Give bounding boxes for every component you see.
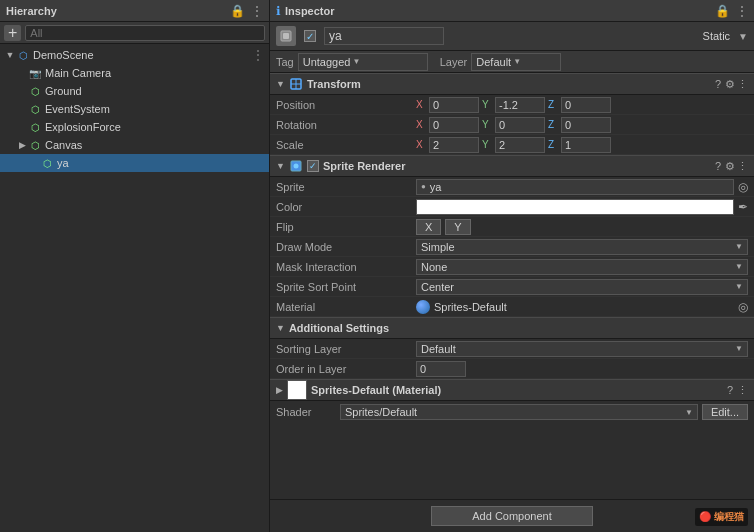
- order-in-layer-input[interactable]: [416, 361, 466, 377]
- rotation-value: X Y Z: [416, 117, 748, 133]
- rot-y-label: Y: [482, 119, 492, 130]
- material-component-header[interactable]: ▶ Sprites-Default (Material) ? ⋮: [270, 379, 754, 401]
- tree-item-demoscene[interactable]: ▼ ⬡ DemoScene ⋮: [0, 46, 269, 64]
- sprite-sort-point-label: Sprite Sort Point: [276, 281, 416, 293]
- transform-title: Transform: [307, 78, 715, 90]
- shader-dropdown[interactable]: Sprites/Default ▼: [340, 404, 698, 420]
- static-dropdown-arrow[interactable]: ▼: [738, 31, 748, 42]
- scale-row: Scale X Y Z: [270, 135, 754, 155]
- transform-help-icon[interactable]: ?: [715, 78, 721, 90]
- layer-dropdown[interactable]: Default ▼: [471, 53, 561, 71]
- pos-x-input[interactable]: [429, 97, 479, 113]
- sprite-name: ya: [430, 181, 442, 193]
- rot-y-input[interactable]: [495, 117, 545, 133]
- flip-x-button[interactable]: X: [416, 219, 441, 235]
- draw-mode-row: Draw Mode Simple ▼: [270, 237, 754, 257]
- scl-y-input[interactable]: [495, 137, 545, 153]
- menu-icon[interactable]: ⋮: [251, 5, 263, 17]
- material-row: Material Sprites-Default ◎: [270, 297, 754, 317]
- scale-label: Scale: [276, 139, 416, 151]
- hierarchy-title: Hierarchy: [6, 5, 57, 17]
- flip-y-button[interactable]: Y: [445, 219, 470, 235]
- sprite-help-icon[interactable]: ?: [715, 160, 721, 172]
- material-target-icon[interactable]: ◎: [738, 300, 748, 314]
- material-comp-body: Shader Sprites/Default ▼ Edit...: [270, 401, 754, 423]
- rot-z-input[interactable]: [561, 117, 611, 133]
- layer-arrow-icon: ▼: [513, 57, 521, 66]
- svg-point-6: [293, 164, 298, 169]
- pos-y-input[interactable]: [495, 97, 545, 113]
- demoscene-icon: ⬡: [16, 48, 30, 62]
- sprite-active-checkbox[interactable]: ✓: [307, 160, 319, 172]
- hierarchy-search-input[interactable]: [25, 25, 265, 41]
- rot-z-label: Z: [548, 119, 558, 130]
- sprite-renderer-header[interactable]: ▼ ✓ Sprite Renderer ? ⚙ ⋮: [270, 155, 754, 177]
- rot-x-input[interactable]: [429, 117, 479, 133]
- hierarchy-panel: Hierarchy 🔒 ⋮ + ▼ ⬡ DemoScene ⋮ 📷 Main C…: [0, 0, 270, 532]
- inspector-content: ✓ Static ▼ Tag Untagged ▼ Layer Default …: [270, 22, 754, 532]
- tree-item-explosionforce[interactable]: ⬡ ExplosionForce: [0, 118, 269, 136]
- sprite-settings-icon[interactable]: ⚙: [725, 160, 735, 173]
- demoscene-arrow: ▼: [4, 50, 16, 60]
- material-comp-preview: [287, 380, 307, 400]
- sorting-layer-selected: Default: [421, 343, 456, 355]
- tag-dropdown[interactable]: Untagged ▼: [298, 53, 428, 71]
- hierarchy-toolbar: +: [0, 22, 269, 44]
- sprite-collapse-arrow: ▼: [276, 161, 285, 171]
- sprite-sort-point-dropdown[interactable]: Center ▼: [416, 279, 748, 295]
- add-hierarchy-button[interactable]: +: [4, 25, 21, 41]
- draw-mode-value: Simple ▼: [416, 239, 748, 255]
- tag-arrow-icon: ▼: [352, 57, 360, 66]
- tree-item-ya[interactable]: ⬡ ya: [0, 154, 269, 172]
- additional-settings-title: Additional Settings: [289, 322, 389, 334]
- tree-item-canvas[interactable]: ▶ ⬡ Canvas: [0, 136, 269, 154]
- material-sphere-icon: [416, 300, 430, 314]
- color-value: ✒: [416, 199, 748, 215]
- flip-row: Flip X Y: [270, 217, 754, 237]
- transform-settings-icon[interactable]: ⚙: [725, 78, 735, 91]
- material-comp-help-icon[interactable]: ?: [727, 384, 733, 396]
- sprite-sort-point-value: Center ▼: [416, 279, 748, 295]
- transform-component-header[interactable]: ▼ Transform ? ⚙ ⋮: [270, 73, 754, 95]
- sprite-value: ● ya ◎: [416, 179, 748, 195]
- shader-value: Sprites/Default: [345, 406, 417, 418]
- transform-collapse-arrow: ▼: [276, 79, 285, 89]
- order-in-layer-label: Order in Layer: [276, 363, 416, 375]
- sprite-target-icon[interactable]: ◎: [738, 180, 748, 194]
- draw-mode-arrow-icon: ▼: [735, 242, 743, 251]
- tree-item-maincamera[interactable]: 📷 Main Camera: [0, 64, 269, 82]
- tag-label: Tag: [276, 56, 294, 68]
- lock-icon[interactable]: 🔒: [230, 5, 245, 17]
- pos-z-label: Z: [548, 99, 558, 110]
- sprite-more-icon[interactable]: ⋮: [737, 160, 748, 173]
- tag-layer-row: Tag Untagged ▼ Layer Default ▼: [270, 51, 754, 73]
- hierarchy-header: Hierarchy 🔒 ⋮: [0, 0, 269, 22]
- add-component-button[interactable]: Add Component: [431, 506, 593, 526]
- pos-z-input[interactable]: [561, 97, 611, 113]
- tree-item-ground[interactable]: ⬡ Ground: [0, 82, 269, 100]
- edit-shader-button[interactable]: Edit...: [702, 404, 748, 420]
- pos-y-label: Y: [482, 99, 492, 110]
- scl-x-input[interactable]: [429, 137, 479, 153]
- transform-more-icon[interactable]: ⋮: [737, 78, 748, 91]
- draw-mode-dropdown[interactable]: Simple ▼: [416, 239, 748, 255]
- pos-x-label: X: [416, 99, 426, 110]
- sorting-layer-dropdown[interactable]: Default ▼: [416, 341, 748, 357]
- scl-z-input[interactable]: [561, 137, 611, 153]
- inspector-lock-icon[interactable]: 🔒: [715, 5, 730, 17]
- inspector-header: ℹ Inspector 🔒 ⋮: [270, 0, 754, 22]
- additional-settings-header[interactable]: ▼ Additional Settings: [270, 317, 754, 339]
- object-name-input[interactable]: [324, 27, 444, 45]
- inspector-menu-icon[interactable]: ⋮: [736, 5, 748, 17]
- sprite-field[interactable]: ● ya: [416, 179, 734, 195]
- tree-item-eventsystem[interactable]: ⬡ EventSystem: [0, 100, 269, 118]
- eyedropper-icon[interactable]: ✒: [738, 200, 748, 214]
- shader-label: Shader: [276, 406, 336, 418]
- object-active-checkbox[interactable]: ✓: [304, 30, 316, 42]
- add-component-bar: Add Component: [270, 499, 754, 532]
- color-preview[interactable]: [416, 199, 734, 215]
- object-title-row: ✓ Static ▼: [270, 22, 754, 51]
- sprite-sort-point-row: Sprite Sort Point Center ▼: [270, 277, 754, 297]
- mask-interaction-dropdown[interactable]: None ▼: [416, 259, 748, 275]
- material-comp-more-icon[interactable]: ⋮: [737, 384, 748, 397]
